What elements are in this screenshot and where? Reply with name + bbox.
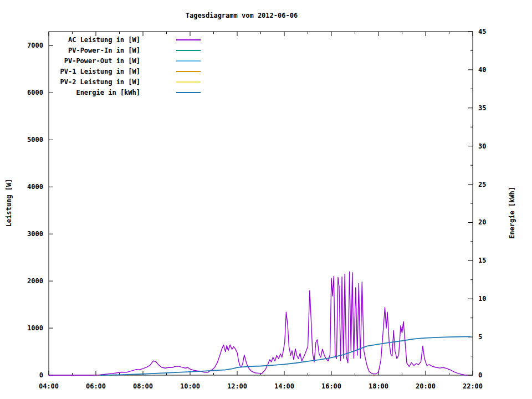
legend-label: Energie in [kWh] — [76, 89, 140, 96]
y-left-tick-label: 4000 — [27, 183, 43, 191]
series-line-energie-in-kwh- — [101, 336, 470, 375]
legend-label: AC Leistung in [W] — [68, 36, 140, 44]
x-tick-label: 04:00 — [39, 382, 59, 390]
y-left-tick-label: 0 — [39, 371, 43, 379]
y-left-tick-label: 3000 — [27, 230, 43, 238]
y-left-tick-label: 2000 — [27, 277, 43, 285]
chart-title: Tagesdiagramm vom 2012-06-06 — [186, 12, 298, 19]
y-left-tick-label: 7000 — [27, 42, 43, 49]
y-left-tick-label: 1000 — [27, 324, 43, 332]
y-right-tick-label: 45 — [478, 28, 486, 35]
x-tick-label: 06:00 — [86, 382, 106, 390]
legend-label: PV-Power-Out in [W] — [64, 57, 140, 65]
y-right-tick-label: 30 — [478, 142, 486, 150]
x-tick-label: 18:00 — [369, 382, 388, 390]
chart-canvas: Tagesdiagramm vom 2012-06-06 Leistung [W… — [0, 0, 532, 399]
x-tick-label: 12:00 — [227, 382, 247, 390]
y-right-tick-label: 25 — [478, 181, 486, 188]
y-right-tick-label: 10 — [478, 295, 486, 303]
y-right-tick-label: 5 — [478, 333, 482, 341]
plot-area: 04:0006:0008:0010:0012:0014:0016:0018:00… — [0, 0, 532, 399]
legend-label: PV-Power-In in [W] — [68, 47, 140, 54]
x-tick-label: 10:00 — [180, 382, 200, 390]
legend-label: PV-1 Leistung in [W] — [60, 68, 141, 75]
y-right-tick-label: 40 — [478, 66, 486, 74]
legend-label: PV-2 Leistung in [W] — [60, 78, 141, 86]
x-tick-label: 22:00 — [463, 382, 483, 390]
y-axis-label-right: Energie [kWh] — [508, 187, 516, 239]
y-left-tick-label: 6000 — [27, 89, 43, 96]
x-tick-label: 08:00 — [133, 382, 153, 390]
y-right-tick-label: 20 — [478, 218, 486, 226]
y-left-tick-label: 5000 — [27, 136, 43, 144]
y-right-tick-label: 35 — [478, 104, 486, 112]
series-line-ac-leistung-in-w- — [49, 272, 468, 375]
y-axis-label-left: Leistung [W] — [5, 179, 13, 227]
y-right-tick-label: 0 — [478, 371, 482, 379]
x-tick-label: 20:00 — [416, 382, 436, 390]
y-right-tick-label: 15 — [478, 257, 486, 264]
x-tick-label: 16:00 — [321, 382, 341, 390]
x-tick-label: 14:00 — [274, 382, 294, 390]
